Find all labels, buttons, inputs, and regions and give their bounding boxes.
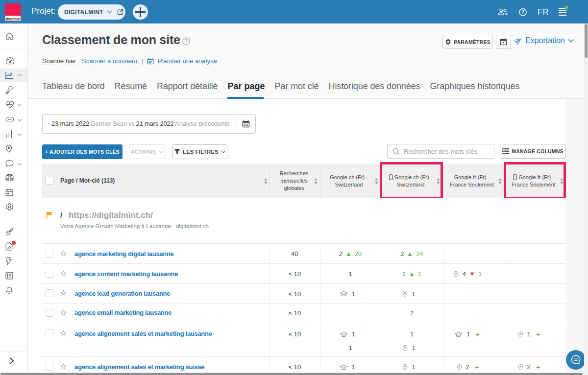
svg-text:?: ?	[521, 9, 524, 15]
svg-text:?: ?	[185, 38, 188, 44]
